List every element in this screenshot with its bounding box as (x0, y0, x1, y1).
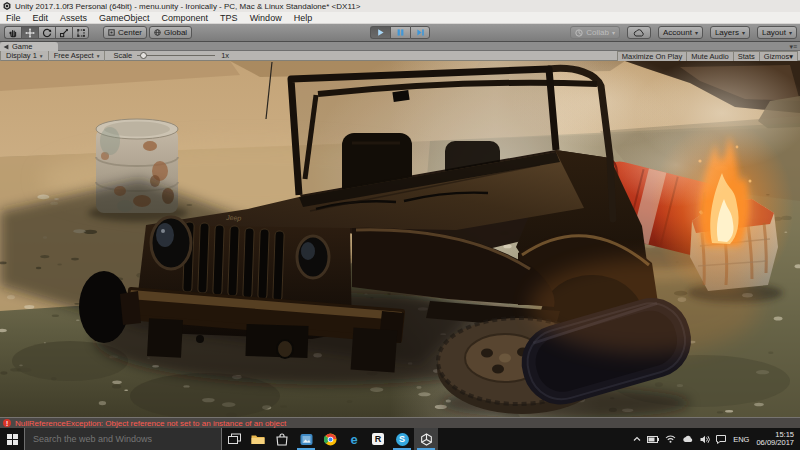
aspect-dropdown[interactable]: Free Aspect▾ (49, 51, 106, 61)
battery-icon[interactable] (647, 436, 659, 443)
file-explorer-button[interactable] (246, 428, 270, 450)
collab-label: Collab (586, 28, 609, 37)
aspect-label: Free Aspect (54, 51, 94, 60)
display-dropdown[interactable]: Display 1▾ (0, 51, 49, 61)
window-title: Unity 2017.1.0f3 Personal (64bit) - menu… (15, 2, 360, 11)
scale-slider-knob[interactable] (140, 52, 147, 59)
move-icon (25, 28, 35, 38)
unity-logo-icon (420, 433, 433, 446)
cloud-services-button[interactable] (627, 26, 651, 39)
unity-toolbar: Center Global (0, 24, 800, 42)
volume-icon[interactable] (700, 435, 710, 444)
layout-label: Layout (762, 28, 786, 37)
pivot-space-group: Center Global (103, 26, 192, 39)
hand-icon (8, 28, 18, 38)
globe-icon (154, 29, 161, 36)
pause-icon (396, 28, 405, 37)
transform-tools (4, 26, 89, 39)
play-controls (370, 26, 430, 39)
layers-dropdown[interactable]: Layers▾ (710, 26, 750, 39)
pivot-icon (108, 29, 115, 36)
game-view-right-buttons: Maximize On Play Mute Audio Stats Gizmos… (617, 51, 798, 61)
menu-edit[interactable]: Edit (27, 12, 55, 24)
error-message: NullReferenceException: Object reference… (15, 419, 286, 428)
action-center-icon[interactable] (716, 435, 726, 444)
photos-icon (300, 433, 313, 446)
onedrive-cloud-icon[interactable] (682, 435, 694, 443)
play-button[interactable] (370, 26, 390, 39)
scale-slider[interactable] (137, 55, 215, 56)
windows-logo-icon (7, 434, 18, 445)
menu-file[interactable]: File (0, 12, 27, 24)
scale-value: 1x (221, 51, 229, 60)
r-app-button[interactable]: R (366, 428, 390, 450)
menu-gameobject[interactable]: GameObject (93, 12, 156, 24)
stats-button[interactable]: Stats (733, 51, 759, 62)
skype-icon: S (396, 433, 409, 446)
collab-button[interactable]: Collab▾ (570, 26, 620, 39)
menu-help[interactable]: Help (288, 12, 319, 24)
photos-app-button[interactable] (294, 428, 318, 450)
tray-chevron-icon[interactable] (633, 436, 641, 442)
space-label: Global (164, 28, 187, 37)
chrome-icon (324, 433, 337, 446)
maximize-on-play-button[interactable]: Maximize On Play (617, 51, 686, 62)
game-view-toolbar: Display 1▾ Free Aspect▾ Scale 1x Maximiz… (0, 51, 800, 61)
pivot-label: Center (118, 28, 142, 37)
step-button[interactable] (410, 26, 430, 39)
console-status-bar[interactable]: ! NullReferenceException: Object referen… (0, 417, 800, 428)
fire-glow-ground (530, 258, 760, 354)
account-label: Account (663, 28, 692, 37)
account-dropdown[interactable]: Account▾ (658, 26, 703, 39)
display-label: Display 1 (6, 51, 37, 60)
menu-assets[interactable]: Assets (54, 12, 93, 24)
menu-window[interactable]: Window (244, 12, 288, 24)
menu-component[interactable]: Component (156, 12, 215, 24)
game-render: Jeep (0, 61, 800, 417)
window-titlebar: Unity 2017.1.0f3 Personal (64bit) - menu… (0, 0, 800, 12)
rotate-icon (42, 28, 52, 38)
clock[interactable]: 15:15 06/09/2017 (756, 431, 794, 448)
skype-button[interactable]: S (390, 428, 414, 450)
game-viewport[interactable]: Jeep (0, 61, 800, 417)
layout-dropdown[interactable]: Layout▾ (757, 26, 797, 39)
collab-icon (575, 29, 583, 37)
menu-tps[interactable]: TPS (214, 12, 244, 24)
chrome-button[interactable] (318, 428, 342, 450)
game-tab-icon (3, 44, 9, 50)
store-button[interactable] (270, 428, 294, 450)
gizmos-dropdown[interactable]: Gizmos▾ (759, 51, 798, 62)
taskbar-search[interactable] (24, 428, 222, 450)
fog-light (277, 340, 293, 358)
hand-tool-button[interactable] (4, 26, 21, 39)
space-button[interactable]: Global (149, 26, 192, 39)
scale-control: Scale 1x (113, 51, 229, 60)
rotate-tool-button[interactable] (38, 26, 55, 39)
r-app-icon: R (372, 433, 384, 445)
edge-button[interactable]: e (342, 428, 366, 450)
edge-icon: e (350, 433, 357, 446)
scale-icon (59, 28, 69, 38)
pause-button[interactable] (390, 26, 410, 39)
search-input[interactable] (25, 434, 221, 444)
rect-transform-icon (76, 28, 86, 38)
tray-date: 06/09/2017 (756, 439, 794, 448)
toolbar-right-group: Collab▾ Account▾ Layers▾ Layout▾ (570, 26, 797, 39)
start-button[interactable] (0, 428, 24, 450)
language-indicator[interactable]: ENG (733, 435, 749, 444)
move-tool-button[interactable] (21, 26, 38, 39)
mute-audio-button[interactable]: Mute Audio (686, 51, 733, 62)
layers-label: Layers (715, 28, 739, 37)
rect-tool-button[interactable] (72, 26, 89, 39)
wifi-icon[interactable] (665, 435, 676, 443)
folder-icon (251, 433, 265, 445)
pivot-button[interactable]: Center (103, 26, 147, 39)
task-view-button[interactable] (222, 428, 246, 450)
task-view-icon (228, 433, 241, 445)
step-icon (416, 28, 425, 37)
unity-taskbar-button[interactable] (414, 428, 438, 450)
play-icon (376, 28, 385, 37)
system-tray: ENG 15:15 06/09/2017 (630, 428, 800, 450)
scale-tool-button[interactable] (55, 26, 72, 39)
error-icon: ! (3, 419, 11, 427)
